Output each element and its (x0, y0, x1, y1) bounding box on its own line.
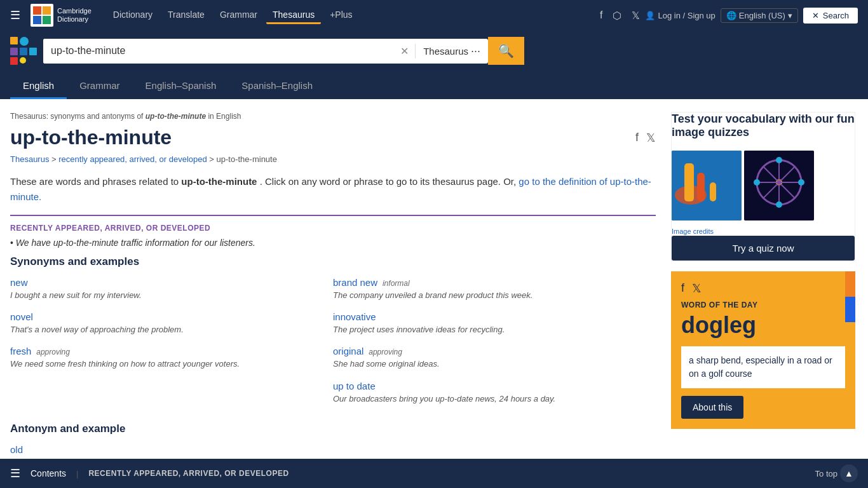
image-credits-link[interactable]: Image credits (672, 227, 714, 235)
instagram-icon[interactable]: ⬡ (613, 10, 621, 22)
synonym-word-original[interactable]: original (333, 346, 363, 356)
synonym-example-fresh: We need some fresh thinking on how to at… (10, 358, 320, 370)
wotd-about-button[interactable]: About this (681, 396, 743, 419)
search-submit-button[interactable]: 🔍 (488, 37, 524, 65)
quiz-title: Test your vocabulary with our fun image … (672, 112, 855, 144)
antonym-word-old[interactable]: old (10, 444, 23, 455)
breadcrumb-category-link[interactable]: recently appeared, arrived, or developed (58, 154, 207, 164)
antonym-old: old (10, 444, 656, 455)
synonym-tag-brand-new: informal (383, 279, 410, 288)
accent-1 (845, 271, 855, 297)
wotd-twitter-icon[interactable]: 𝕏 (692, 281, 702, 295)
synonym-original: original approving She had some original… (333, 346, 656, 370)
synonym-tag-original: approving (369, 348, 402, 356)
synonym-word-novel[interactable]: novel (10, 311, 33, 322)
synonym-word-fresh[interactable]: fresh (10, 346, 31, 356)
synonym-word-new[interactable]: new (10, 277, 28, 288)
synonym-empty (10, 381, 333, 405)
wotd-social: f 𝕏 (681, 281, 845, 295)
intro-text: These are words and phrases related to u… (10, 174, 656, 205)
main-nav-links: Dictionary Translate Grammar Thesaurus +… (107, 7, 359, 24)
chevron-down-icon: ▾ (788, 11, 792, 20)
totop-arrow-icon: ▲ (840, 464, 858, 478)
secondary-nav: English Grammar English–Spanish Spanish–… (0, 74, 868, 99)
hamburger-menu-icon[interactable]: ☰ (10, 8, 20, 22)
section-divider (10, 215, 656, 216)
accent-2 (845, 297, 855, 322)
svg-rect-2 (684, 163, 694, 201)
search-bar: ✕ Thesaurus ⋯ 🔍 (0, 30, 868, 74)
svg-point-14 (754, 179, 760, 186)
quiz-button[interactable]: Try a quiz now (672, 236, 855, 261)
x-icon: ✕ (812, 11, 819, 20)
search-button-top[interactable]: ✕ Search (803, 8, 858, 24)
ellipsis-icon: ⋯ (471, 45, 480, 57)
breadcrumb-word: up-to-the-minute (217, 154, 277, 164)
svg-point-12 (776, 157, 782, 163)
svg-point-15 (798, 179, 804, 186)
nav-thesaurus[interactable]: Thesaurus (266, 7, 321, 24)
synonym-example-new: I bought a new suit for my interview. (10, 290, 320, 301)
twitter-icon[interactable]: 𝕏 (632, 10, 640, 22)
svg-point-13 (776, 201, 782, 208)
word-title-row: up-to-the-minute f 𝕏 (10, 126, 656, 149)
wotd-label: WORD OF THE DAY (681, 301, 845, 309)
wotd-definition: a sharp bend, especially in a road or on… (681, 346, 845, 388)
nav-grammar[interactable]: Grammar (214, 7, 264, 24)
synonym-word-brand-new[interactable]: brand new (333, 277, 377, 288)
facebook-share-icon[interactable]: f (635, 131, 639, 145)
wotd-card: f 𝕏 WORD OF THE DAY dogleg a sharp bend,… (671, 271, 855, 429)
breadcrumb-path: Thesaurus > recently appeared, arrived, … (10, 154, 656, 164)
social-share: f 𝕏 (635, 131, 656, 145)
synonym-example-brand-new: The company unveiled a brand new product… (333, 290, 643, 301)
tab-spanish-english[interactable]: Spanish–English (229, 74, 325, 99)
synonyms-grid: new I bought a new suit for my interview… (10, 277, 656, 415)
synonym-example-innovative: The project uses innovative ideas for re… (333, 324, 643, 336)
facebook-icon[interactable]: f (600, 10, 602, 21)
breadcrumb-meta: Thesaurus: synonyms and antonyms of up-t… (10, 112, 656, 121)
nav-dictionary[interactable]: Dictionary (107, 7, 159, 24)
color-decoration (10, 37, 37, 65)
clear-search-button[interactable]: ✕ (394, 39, 415, 64)
word-title: up-to-the-minute (10, 126, 635, 149)
search-input-wrap: ✕ Thesaurus ⋯ (43, 39, 488, 64)
synonym-novel: novel That's a novel way of approaching … (10, 311, 333, 336)
tab-english-spanish[interactable]: English–Spanish (133, 74, 229, 99)
search-input[interactable] (43, 39, 394, 64)
nav-translate[interactable]: Translate (161, 7, 211, 24)
quiz-image-1 (672, 151, 742, 220)
synonym-word-innovative[interactable]: innovative (333, 311, 376, 322)
synonym-example-original: She had some original ideas. (333, 358, 643, 370)
top-nav: ☰ CambridgeDictionary Dictionary Transla… (0, 0, 868, 30)
nav-plus[interactable]: +Plus (323, 7, 358, 24)
synonym-example-novel: That's a novel way of approaching the pr… (10, 324, 320, 336)
svg-rect-3 (697, 173, 705, 201)
content-area: Thesaurus: synonyms and antonyms of up-t… (10, 112, 671, 465)
synonym-fresh: fresh approving We need some fresh think… (10, 346, 333, 370)
to-top-button[interactable]: To top ▲ (815, 464, 858, 478)
synonym-word-up-to-date[interactable]: up to date (333, 381, 376, 391)
synonym-up-to-date: up to date Our broadcasters bring you up… (333, 381, 656, 405)
wotd-facebook-icon[interactable]: f (681, 281, 684, 295)
bullet-example: We have up-to-the-minute traffic informa… (10, 238, 656, 248)
category-header: RECENTLY APPEARED, ARRIVED, OR DEVELOPED (10, 224, 656, 233)
search-type-selector[interactable]: Thesaurus ⋯ (416, 39, 488, 64)
logo[interactable]: CambridgeDictionary (31, 4, 92, 27)
synonym-innovative: innovative The project uses innovative i… (333, 311, 656, 336)
synonym-tag-fresh: approving (36, 348, 70, 356)
social-links: f ⬡ 𝕏 (600, 10, 640, 22)
twitter-share-icon[interactable]: 𝕏 (646, 131, 656, 145)
synonym-brand-new: brand new informal The company unveiled … (333, 277, 656, 301)
language-selector[interactable]: 🌐 English (US) ▾ (721, 8, 798, 23)
bottom-section-label: RECENTLY APPEARED, ARRIVED, OR DEVELOPED (88, 469, 804, 478)
tab-english[interactable]: English (10, 74, 67, 99)
login-button[interactable]: 👤 Log in / Sign up (645, 11, 715, 20)
svg-rect-4 (710, 182, 716, 201)
tab-grammar[interactable]: Grammar (67, 74, 132, 99)
logo-text: CambridgeDictionary (57, 7, 92, 24)
breadcrumb-thesaurus-link[interactable]: Thesaurus (10, 154, 49, 164)
bottom-contents-link[interactable]: Contents (31, 468, 66, 478)
bottom-hamburger-icon[interactable]: ☰ (10, 466, 20, 478)
sidebar: Test your vocabulary with our fun image … (671, 112, 855, 465)
user-icon: 👤 (645, 11, 655, 20)
